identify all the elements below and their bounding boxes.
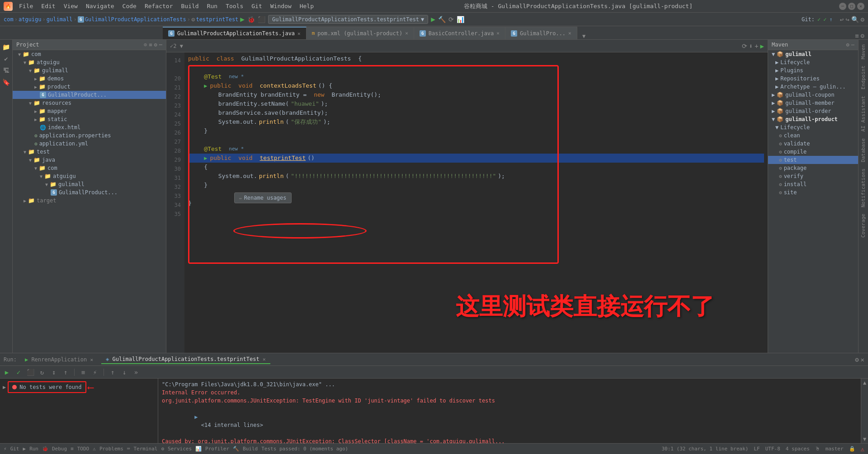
run-tab-renren[interactable]: ▶ RenrenApplication ✕ [20,356,98,364]
run-stop-icon[interactable]: ⬛ [258,16,265,23]
coverage-icon[interactable]: 📊 [457,16,464,23]
maven-tab[interactable]: Maven [859,42,867,62]
tree-sync-icon[interactable]: ⊙ [144,42,147,48]
maven-item-test[interactable]: ⚙ test [768,156,858,164]
tree-item-target[interactable]: ▶ 📁 target [13,197,166,205]
run-play-icon[interactable]: ▶ [240,15,245,23]
debug-icon[interactable]: 🐞 [42,446,48,452]
tab-pom-xml[interactable]: m pom.xml (gulimall-product) ✕ [307,27,414,39]
expand-icon[interactable]: ⬇ [749,42,753,50]
tab-close-tests[interactable]: ✕ [297,31,301,37]
tab-overflow-btn[interactable]: ▼ [577,33,591,39]
menu-tools[interactable]: Tools [222,2,247,10]
encoding-info[interactable]: UTF-8 [765,446,780,452]
tree-item-gulimall[interactable]: ▼ 📁 gulimall [13,66,166,75]
todo-icon[interactable]: ≡ [71,446,74,452]
maven-item-gulimall[interactable]: ▼ 📦 gulimall [768,50,858,58]
maven-minus-icon[interactable]: — [851,42,854,48]
services-icon[interactable]: ⚙ [161,446,164,452]
run-config-dropdown[interactable]: GulimallProductApplicationTests.testprin… [268,15,428,24]
tree-item-com2[interactable]: ▼ 📁 com [13,164,166,172]
bookmarks-icon[interactable]: 🔖 [1,77,12,88]
run-sort-asc-btn[interactable]: ↑ [61,367,71,377]
maven-settings-icon[interactable]: ⚙ [846,42,849,48]
tree-item-gulimall-product-java[interactable]: G GulimallProduct... [13,91,166,99]
run-more-btn[interactable]: » [131,367,141,377]
coverage-tab[interactable]: Coverage [859,211,867,240]
tree-item-demos[interactable]: ▶ 📁 demos [13,75,166,83]
minimize-button[interactable]: ─ [839,3,846,10]
branch-info[interactable]: master [826,446,844,452]
maven-item-plugins[interactable]: ▶ Plugins [768,66,858,75]
maximize-button[interactable]: □ [848,3,855,10]
maven-item-site[interactable]: ⚙ site [768,188,858,197]
maven-item-lifecycle[interactable]: ▶ Lifecycle [768,58,858,66]
tree-settings-icon[interactable]: ⚙ [154,42,157,48]
run-tab-test[interactable]: ◈ GulimallProductApplicationTests.testpr… [101,355,270,364]
lock-icon[interactable]: 🔒 [849,446,855,452]
tree-item-gulimall2[interactable]: ▼ 📁 gulimall [13,180,166,188]
maven-item-package[interactable]: ⚙ package [768,164,858,172]
tab-basic-controller[interactable]: G BasicController.java ✕ [414,27,505,39]
tree-item-mapper[interactable]: ▶ 📁 mapper [13,107,166,115]
build-icon-bottom[interactable]: 🔨 [233,446,239,452]
close-run-icon[interactable]: ✕ [861,356,864,363]
maven-item-install[interactable]: ⚙ install [768,180,858,188]
breadcrumb-com[interactable]: com [4,16,14,23]
run-arrow-29[interactable]: ▶ [204,154,207,163]
run-debug-icon[interactable]: 🐞 [247,16,255,23]
project-icon[interactable]: 📁 [1,42,12,52]
tree-collapse-icon[interactable]: ≡ [149,42,152,48]
plus-icon[interactable]: + [755,42,758,50]
maven-item-product-lifecycle[interactable]: ▼ Lifecycle [768,123,858,131]
tree-item-test[interactable]: ▼ 📁 test [13,148,166,156]
structure-icon-left[interactable]: 🏗 [1,65,12,76]
reload-icon[interactable]: ⟳ [448,16,454,23]
run-status-icon[interactable]: ▶ [23,446,26,452]
run-check-btn[interactable]: ✓ [14,367,24,377]
tree-item-static[interactable]: ▶ 📁 static [13,115,166,123]
run-button[interactable]: ▶ [431,15,435,23]
run-filter-btn[interactable]: ⚡ [90,367,100,377]
maven-item-coupon[interactable]: ▶ 📦 gulimall-coupon [768,91,858,99]
maven-item-order[interactable]: ▶ 📦 gulimall-order [768,107,858,115]
play-icon[interactable]: ▶ [760,42,764,50]
menu-run[interactable]: Run [203,2,221,10]
close-button[interactable]: ✕ [857,3,864,10]
run-stop-btn[interactable]: ⬛ [25,367,35,377]
menu-window[interactable]: Window [267,2,295,10]
run-align-btn[interactable]: ≡ [78,367,88,377]
menu-code[interactable]: Code [119,2,140,10]
redo-icon[interactable]: ↪ [845,16,849,23]
run-play-btn[interactable]: ▶ [2,367,12,377]
git-status-icon[interactable]: ⚡ [4,446,7,452]
tab-gulimall-tests[interactable]: G GulimallProductApplicationTests.java ✕ [163,27,307,39]
tab-close-pro[interactable]: ✕ [568,30,571,36]
tree-item-index-html[interactable]: 🌐 index.html [13,123,166,131]
problems-icon[interactable]: ⚠ [93,446,96,452]
tree-item-java[interactable]: ▼ 📁 java [13,156,166,164]
maven-item-verify[interactable]: ⚙ verify [768,172,858,180]
warning-icon[interactable]: ⚠ [861,445,864,453]
menu-navigate[interactable]: Navigate [82,2,118,10]
menu-file[interactable]: File [15,2,37,10]
tree-item-atguigu[interactable]: ▼ 📁 atguigu [13,58,166,66]
run-tab-close-test[interactable]: ✕ [263,356,266,362]
settings-run-icon[interactable]: ⚙ [855,356,859,363]
scroll-up-icon[interactable]: ▲ [863,379,866,386]
commit-icon[interactable]: ✔ [1,53,12,64]
run-arrow-21[interactable]: ▶ [204,81,207,90]
ai-assistant-tab[interactable]: AI Assistant [859,93,867,134]
tree-item-resources[interactable]: ▼ 📁 resources [13,99,166,107]
maven-item-validate[interactable]: ⚙ validate [768,140,858,148]
tree-item-atguigu2[interactable]: ▼ 📁 atguigu [13,172,166,180]
undo-icon[interactable]: ↩ [840,16,844,23]
run-rerun-btn[interactable]: ↻ [37,367,47,377]
build-icon[interactable]: 🔨 [438,16,446,23]
menu-build[interactable]: Build [178,2,203,10]
breadcrumb-class[interactable]: GulimallProductApplicationTests [85,16,186,23]
tab-gulimall-pro[interactable]: G GulimallPro... ✕ [505,27,577,39]
terminal-icon[interactable]: ⌨ [127,446,130,452]
maven-item-repositories[interactable]: ▶ Repositories [768,75,858,83]
mouse-icon[interactable]: 🖱 [815,446,820,452]
